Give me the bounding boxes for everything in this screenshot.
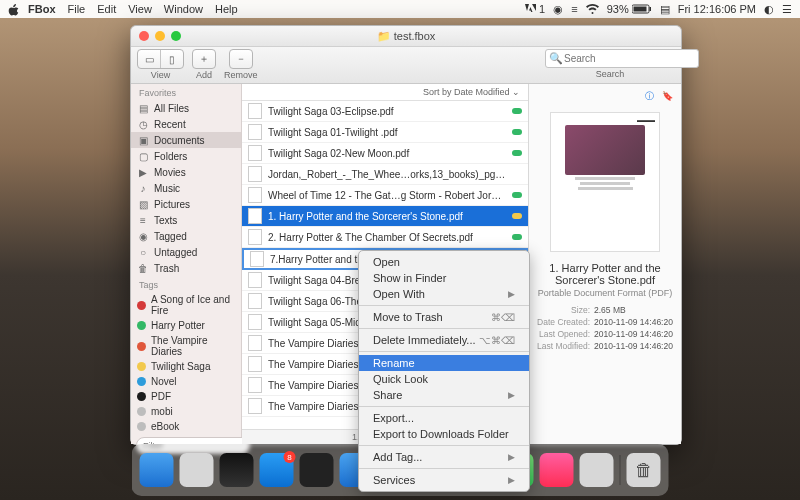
sidebar-item-label: Texts [154,215,177,226]
remove-button[interactable]: － [229,49,253,69]
details-pane: ⓘ 🔖 ▬▬▬ 1. Harry Potter and the Sorcerer… [528,84,681,444]
sidebar-item-label: Pictures [154,199,190,210]
tag-pdf[interactable]: PDF [131,389,241,404]
file-name: 2. Harry Potter & The Chamber Of Secrets… [268,232,506,243]
menu-item-export-[interactable]: Export... [359,410,529,426]
tag-ebook[interactable]: eBook [131,419,241,434]
sidebar-item-trash[interactable]: 🗑Trash [131,260,241,276]
sidebar-item-music[interactable]: ♪Music [131,180,241,196]
dock-appstore[interactable]: 8 [260,453,294,487]
sidebar-item-folders[interactable]: ▢Folders [131,148,241,164]
menuextras-icon[interactable]: ≡ [571,3,577,15]
dock-itunes[interactable] [540,453,574,487]
menu-edit[interactable]: Edit [97,3,116,15]
view-toggle[interactable]: ▭▯ [137,49,184,69]
svg-rect-2 [649,7,651,11]
dock-terminal[interactable] [300,453,334,487]
tag-label: A Song of Ice and Fire [151,294,235,316]
clock[interactable]: Fri 12:16:06 PM [678,3,756,15]
tag-the-vampire-diaries[interactable]: The Vampire Diaries [131,333,241,359]
recent-icon: ◷ [137,118,149,130]
menu-item-delete-immediately-[interactable]: Delete Immediately...⌥⌘⌫ [359,332,529,348]
sort-bar[interactable]: Sort by Date Modified ⌄ [242,84,528,101]
menu-item-show-in-finder[interactable]: Show in Finder [359,270,529,286]
tag-dot [137,301,146,310]
file-row[interactable]: Twilight Saga 02-New Moon.pdf [242,143,528,164]
menu-item-services[interactable]: Services▶ [359,472,529,488]
sidebar-item-documents[interactable]: ▣Documents [131,132,241,148]
menu-item-label: Rename [373,357,415,369]
add-button[interactable]: ＋ [192,49,216,69]
tag-mobi[interactable]: mobi [131,404,241,419]
battery-icon[interactable]: 93% [607,3,652,15]
wifi-icon[interactable] [586,4,599,14]
file-row[interactable]: 2. Harry Potter & The Chamber Of Secrets… [242,227,528,248]
sidebar-item-recent[interactable]: ◷Recent [131,116,241,132]
adobe-icon[interactable]: 1 [525,3,545,15]
sidebar-item-untagged[interactable]: ○Untagged [131,244,241,260]
notification-icon[interactable]: ☰ [782,3,792,16]
menu-item-rename[interactable]: Rename [359,355,529,371]
file-thumb-icon [248,208,262,224]
menu-window[interactable]: Window [164,3,203,15]
file-row[interactable]: Twilight Saga 03-Eclipse.pdf [242,101,528,122]
sidebar-item-label: Documents [154,135,205,146]
menu-item-add-tag-[interactable]: Add Tag...▶ [359,449,529,465]
all-icon: ▤ [137,102,149,114]
sidebar-item-tagged[interactable]: ◉Tagged [131,228,241,244]
file-row[interactable]: Wheel of Time 12 - The Gat…g Storm - Rob… [242,185,528,206]
tag-label: Novel [151,376,177,387]
file-thumb-icon [248,124,262,140]
tag-icon: ◉ [137,230,149,242]
file-row[interactable]: Jordan,_Robert_-_The_Whee…orks,13_books)… [242,164,528,185]
file-thumb-icon [248,272,262,288]
file-thumb-icon [248,145,262,161]
window-title: test.fbox [394,30,436,42]
dock-launchpad[interactable] [180,453,214,487]
dock-siri[interactable] [220,453,254,487]
app-name[interactable]: FBox [28,3,56,15]
info-tab[interactable]: ⓘ [641,88,657,104]
file-name: Twilight Saga 03-Eclipse.pdf [268,106,506,117]
menu-item-open[interactable]: Open [359,254,529,270]
file-row[interactable]: 1. Harry Potter and the Sorcerer's Stone… [242,206,528,227]
tag-twilight-saga[interactable]: Twilight Saga [131,359,241,374]
status-badge [512,234,522,240]
search-input[interactable] [545,49,699,68]
dock-trash[interactable]: 🗑 [627,453,661,487]
tag-harry-potter[interactable]: Harry Potter [131,318,241,333]
menu-item-export-to-downloads-folder[interactable]: Export to Downloads Folder [359,426,529,442]
menu-item-move-to-trash[interactable]: Move to Trash⌘⌫ [359,309,529,325]
sidebar-item-all-files[interactable]: ▤All Files [131,100,241,116]
dock-finder[interactable] [140,453,174,487]
sidebar-item-label: Music [154,183,180,194]
apple-menu[interactable] [8,3,20,15]
file-name: Twilight Saga 01-Twilight .pdf [268,127,506,138]
menu-item-quick-look[interactable]: Quick Look [359,371,529,387]
status-badge [512,129,522,135]
file-row[interactable]: Twilight Saga 01-Twilight .pdf [242,122,528,143]
tag-dot [137,321,146,330]
preview-tab[interactable]: 🔖 [659,88,675,104]
sidebar-item-movies[interactable]: ▶Movies [131,164,241,180]
search-icon: 🔍 [549,52,559,62]
tag-a-song-of-ice-and-fire[interactable]: A Song of Ice and Fire [131,292,241,318]
titlebar[interactable]: 📁 test.fbox [131,26,681,47]
menu-item-open-with[interactable]: Open With▶ [359,286,529,302]
evernote-icon[interactable]: ◉ [553,3,563,16]
menu-help[interactable]: Help [215,3,238,15]
flag-icon[interactable]: ▤ [660,3,670,16]
favorites-head: Favorites [131,84,241,100]
menu-item-label: Export to Downloads Folder [373,428,509,440]
menu-view[interactable]: View [128,3,152,15]
sidebar-item-texts[interactable]: ≡Texts [131,212,241,228]
text-icon: ≡ [137,214,149,226]
sidebar-item-pictures[interactable]: ▧Pictures [131,196,241,212]
spotlight-icon[interactable]: ◐ [764,3,774,16]
menu-item-label: Quick Look [373,373,428,385]
dock-settings[interactable] [580,453,614,487]
menu-file[interactable]: File [68,3,86,15]
status-badge [512,213,522,219]
tag-novel[interactable]: Novel [131,374,241,389]
menu-item-share[interactable]: Share▶ [359,387,529,403]
